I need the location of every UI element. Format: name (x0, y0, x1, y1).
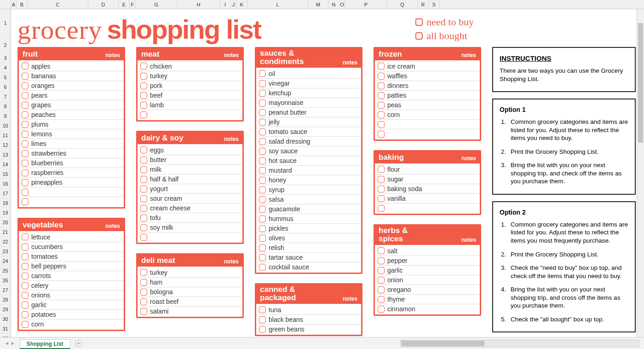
col-header-B[interactable]: B (17, 0, 28, 9)
checkbox-icon[interactable] (378, 92, 385, 99)
list-item[interactable]: black beans (258, 314, 361, 324)
row-header-7[interactable]: 7 (0, 92, 11, 102)
checkbox-icon[interactable] (22, 140, 29, 147)
list-item[interactable]: tomatoes (21, 251, 124, 261)
list-item[interactable]: garlic (21, 300, 124, 309)
col-header-P[interactable]: P (345, 0, 387, 9)
row-header-23[interactable]: 23 (0, 247, 11, 256)
checkbox-icon[interactable] (259, 99, 266, 106)
list-item[interactable]: onion (377, 275, 480, 285)
list-item[interactable] (377, 119, 480, 129)
list-item[interactable] (21, 197, 124, 206)
row-header-17[interactable]: 17 (0, 189, 11, 198)
list-item[interactable]: ice cream (377, 61, 480, 71)
checkbox-icon[interactable] (22, 160, 29, 167)
checkbox-icon[interactable] (140, 279, 147, 286)
checkbox-icon[interactable] (22, 189, 29, 196)
checkbox-icon[interactable] (378, 102, 385, 109)
col-header-Q[interactable]: Q (387, 0, 418, 9)
checkbox-icon[interactable] (378, 63, 385, 70)
checkbox-icon[interactable] (378, 186, 385, 192)
add-sheet-button[interactable]: + (75, 340, 82, 347)
checkbox-icon[interactable] (259, 244, 266, 251)
list-item[interactable]: lemons (21, 129, 124, 139)
checkbox-icon[interactable] (259, 90, 266, 97)
checkbox-icon[interactable] (22, 82, 29, 89)
list-item[interactable]: olives (258, 233, 361, 243)
list-item[interactable]: vanilla (377, 193, 480, 203)
col-header-N[interactable]: N (328, 0, 339, 9)
row-header-10[interactable]: 10 (0, 121, 11, 131)
row-header-31[interactable]: 31 (0, 324, 11, 334)
checkbox-icon[interactable] (140, 298, 147, 305)
col-header-A[interactable]: A (11, 0, 17, 9)
list-item[interactable]: tuna (258, 305, 361, 314)
list-item[interactable]: syrup (258, 185, 361, 194)
checkbox-icon[interactable] (259, 306, 266, 313)
checkbox-icon[interactable] (22, 244, 29, 250)
list-item[interactable]: oil (258, 69, 361, 78)
col-header-J[interactable]: J (231, 0, 236, 9)
checkbox-icon[interactable] (378, 267, 385, 274)
checkbox-icon[interactable] (140, 234, 147, 241)
checkbox-icon[interactable] (22, 111, 29, 118)
checkbox-icon[interactable] (140, 269, 147, 276)
list-item[interactable]: soy milk (139, 222, 242, 232)
col-header-D[interactable]: D (88, 0, 119, 9)
list-item[interactable] (139, 110, 242, 119)
list-item[interactable]: strawberries (21, 148, 124, 158)
list-item[interactable]: sugar (377, 174, 480, 184)
list-item[interactable]: cream cheese (139, 203, 242, 213)
col-header-F[interactable]: F (130, 0, 135, 9)
checkbox-icon[interactable] (22, 311, 29, 318)
checkbox-icon[interactable] (259, 264, 266, 271)
list-item[interactable]: pears (21, 90, 124, 100)
checkbox-icon[interactable] (140, 205, 147, 212)
checkbox-icon[interactable] (140, 146, 147, 153)
checkbox-icon[interactable] (22, 198, 29, 205)
list-item[interactable]: baking soda (377, 184, 480, 193)
row-header-30[interactable]: 30 (0, 314, 11, 324)
list-item[interactable]: bananas (21, 71, 124, 81)
list-item[interactable]: eggs (139, 145, 242, 155)
checkbox-icon[interactable] (259, 148, 266, 155)
list-item[interactable]: pickles (258, 223, 361, 233)
checkbox-icon[interactable] (259, 138, 266, 145)
col-header-K[interactable]: K (236, 0, 247, 9)
list-item[interactable]: oregano (377, 285, 480, 294)
checkbox-icon[interactable] (22, 292, 29, 299)
checkbox-icon[interactable] (378, 73, 385, 80)
list-item[interactable]: plums (21, 119, 124, 129)
row-header-14[interactable]: 14 (0, 160, 11, 169)
row-header-32[interactable]: 32 (0, 334, 11, 337)
list-item[interactable]: oranges (21, 81, 124, 90)
list-item[interactable]: relish (258, 243, 361, 252)
list-item[interactable]: sour cream (139, 193, 242, 203)
checkbox-icon[interactable] (259, 70, 266, 77)
checkbox-allbought[interactable] (415, 32, 423, 40)
list-item[interactable]: onions (21, 290, 124, 300)
list-item[interactable]: half & half (139, 174, 242, 184)
list-item[interactable]: beef (139, 90, 242, 100)
checkbox-icon[interactable] (22, 121, 29, 128)
checkbox-icon[interactable] (22, 302, 29, 308)
row-header-22[interactable]: 22 (0, 237, 11, 247)
row-header-2[interactable]: 2 (0, 37, 11, 53)
row-header-18[interactable]: 18 (0, 198, 11, 208)
row-header-9[interactable]: 9 (0, 111, 11, 121)
checkbox-icon[interactable] (140, 92, 147, 99)
checkbox-icon[interactable] (259, 128, 266, 135)
checkbox-icon[interactable] (259, 316, 266, 323)
checkbox-icon[interactable] (22, 282, 29, 289)
list-item[interactable]: chicken (139, 61, 242, 71)
list-item[interactable]: bologna (139, 287, 242, 297)
checkbox-icon[interactable] (378, 82, 385, 89)
checkbox-icon[interactable] (259, 235, 266, 242)
row-header-4[interactable]: 4 (0, 63, 11, 73)
list-item[interactable]: green beans (258, 324, 361, 334)
checkbox-icon[interactable] (22, 263, 29, 270)
list-item[interactable]: hummus (258, 214, 361, 223)
checkbox-icon[interactable] (378, 205, 385, 212)
list-item[interactable] (377, 203, 480, 213)
checkbox-icon[interactable] (22, 102, 29, 109)
